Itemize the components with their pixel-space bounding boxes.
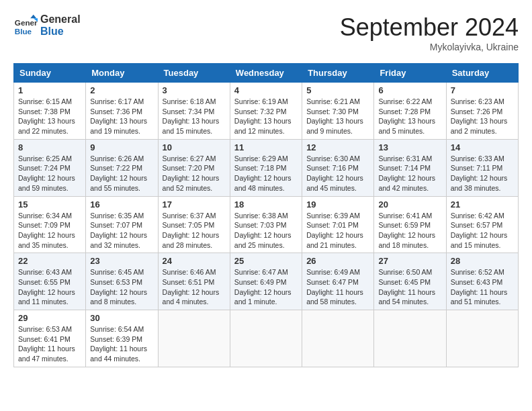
- page-header: General Blue General Blue September 2024…: [13, 13, 519, 52]
- table-row: 25Sunrise: 6:47 AM Sunset: 6:49 PM Dayli…: [230, 253, 302, 310]
- day-info: Sunrise: 6:23 AM Sunset: 7:26 PM Dayligh…: [451, 97, 514, 136]
- day-info: Sunrise: 6:47 AM Sunset: 6:49 PM Dayligh…: [234, 267, 298, 307]
- day-number: 17: [163, 199, 226, 210]
- calendar-row: 22Sunrise: 6:43 AM Sunset: 6:55 PM Dayli…: [14, 253, 519, 310]
- table-row: 18Sunrise: 6:38 AM Sunset: 7:03 PM Dayli…: [230, 196, 302, 253]
- day-info: Sunrise: 6:17 AM Sunset: 7:36 PM Dayligh…: [90, 97, 153, 136]
- table-row: 12Sunrise: 6:30 AM Sunset: 7:16 PM Dayli…: [302, 139, 374, 196]
- header-saturday: Saturday: [446, 64, 518, 83]
- table-row: 4Sunrise: 6:19 AM Sunset: 7:32 PM Daylig…: [230, 83, 302, 140]
- day-info: Sunrise: 6:31 AM Sunset: 7:14 PM Dayligh…: [378, 154, 441, 193]
- table-row: 11Sunrise: 6:29 AM Sunset: 7:18 PM Dayli…: [230, 139, 302, 196]
- day-info: Sunrise: 6:45 AM Sunset: 6:53 PM Dayligh…: [90, 267, 153, 307]
- header-tuesday: Tuesday: [158, 64, 230, 83]
- day-info: Sunrise: 6:43 AM Sunset: 6:55 PM Dayligh…: [18, 267, 81, 307]
- table-row: 20Sunrise: 6:41 AM Sunset: 6:59 PM Dayli…: [374, 196, 446, 253]
- title-block: September 2024 Mykolayivka, Ukraine: [340, 13, 519, 52]
- header-thursday: Thursday: [302, 64, 374, 83]
- header-sunday: Sunday: [14, 64, 86, 83]
- day-number: 6: [378, 85, 441, 95]
- calendar-row: 29Sunrise: 6:53 AM Sunset: 6:41 PM Dayli…: [14, 310, 519, 367]
- day-info: Sunrise: 6:46 AM Sunset: 6:51 PM Dayligh…: [163, 267, 226, 307]
- table-row: 6Sunrise: 6:22 AM Sunset: 7:28 PM Daylig…: [374, 83, 446, 140]
- table-row: 24Sunrise: 6:46 AM Sunset: 6:51 PM Dayli…: [158, 253, 230, 310]
- table-row: 26Sunrise: 6:49 AM Sunset: 6:47 PM Dayli…: [302, 253, 374, 310]
- day-number: 13: [378, 142, 441, 152]
- day-number: 16: [90, 199, 153, 210]
- day-number: 3: [163, 85, 226, 95]
- calendar-row: 1Sunrise: 6:15 AM Sunset: 7:38 PM Daylig…: [14, 83, 519, 140]
- calendar-row: 8Sunrise: 6:25 AM Sunset: 7:24 PM Daylig…: [14, 139, 519, 196]
- table-row: 9Sunrise: 6:26 AM Sunset: 7:22 PM Daylig…: [86, 139, 158, 196]
- day-info: Sunrise: 6:22 AM Sunset: 7:28 PM Dayligh…: [378, 97, 441, 136]
- day-number: 8: [18, 142, 81, 152]
- calendar-row: 15Sunrise: 6:34 AM Sunset: 7:09 PM Dayli…: [14, 196, 519, 253]
- day-info: Sunrise: 6:33 AM Sunset: 7:11 PM Dayligh…: [451, 154, 514, 193]
- day-number: 9: [90, 142, 153, 152]
- header-row: Sunday Monday Tuesday Wednesday Thursday…: [14, 64, 519, 83]
- month-title: September 2024: [340, 13, 519, 42]
- svg-text:General: General: [15, 18, 38, 27]
- day-number: 19: [306, 199, 369, 210]
- day-number: 18: [234, 199, 298, 210]
- table-row: 30Sunrise: 6:54 AM Sunset: 6:39 PM Dayli…: [86, 310, 158, 367]
- day-info: Sunrise: 6:52 AM Sunset: 6:43 PM Dayligh…: [451, 267, 514, 307]
- day-number: 14: [451, 142, 514, 152]
- table-row: 10Sunrise: 6:27 AM Sunset: 7:20 PM Dayli…: [158, 139, 230, 196]
- table-row: 27Sunrise: 6:50 AM Sunset: 6:45 PM Dayli…: [374, 253, 446, 310]
- logo-general: General: [40, 13, 81, 26]
- table-row: 15Sunrise: 6:34 AM Sunset: 7:09 PM Dayli…: [14, 196, 86, 253]
- logo: General Blue General Blue: [13, 13, 81, 38]
- day-info: Sunrise: 6:39 AM Sunset: 7:01 PM Dayligh…: [306, 211, 369, 250]
- table-row: [446, 310, 518, 367]
- table-row: 5Sunrise: 6:21 AM Sunset: 7:30 PM Daylig…: [302, 83, 374, 140]
- table-row: 1Sunrise: 6:15 AM Sunset: 7:38 PM Daylig…: [14, 83, 86, 140]
- table-row: 23Sunrise: 6:45 AM Sunset: 6:53 PM Dayli…: [86, 253, 158, 310]
- calendar: Sunday Monday Tuesday Wednesday Thursday…: [13, 63, 519, 367]
- table-row: 3Sunrise: 6:18 AM Sunset: 7:34 PM Daylig…: [158, 83, 230, 140]
- day-info: Sunrise: 6:37 AM Sunset: 7:05 PM Dayligh…: [163, 211, 226, 250]
- day-info: Sunrise: 6:19 AM Sunset: 7:32 PM Dayligh…: [234, 97, 298, 136]
- day-number: 2: [90, 85, 153, 95]
- day-info: Sunrise: 6:25 AM Sunset: 7:24 PM Dayligh…: [18, 154, 81, 193]
- header-wednesday: Wednesday: [230, 64, 302, 83]
- day-number: 15: [18, 199, 81, 210]
- table-row: 17Sunrise: 6:37 AM Sunset: 7:05 PM Dayli…: [158, 196, 230, 253]
- table-row: 19Sunrise: 6:39 AM Sunset: 7:01 PM Dayli…: [302, 196, 374, 253]
- day-info: Sunrise: 6:53 AM Sunset: 6:41 PM Dayligh…: [18, 324, 81, 364]
- table-row: [230, 310, 302, 367]
- day-number: 4: [234, 85, 298, 95]
- day-number: 22: [18, 256, 81, 266]
- table-row: 29Sunrise: 6:53 AM Sunset: 6:41 PM Dayli…: [14, 310, 86, 367]
- day-info: Sunrise: 6:34 AM Sunset: 7:09 PM Dayligh…: [18, 211, 81, 250]
- table-row: 22Sunrise: 6:43 AM Sunset: 6:55 PM Dayli…: [14, 253, 86, 310]
- table-row: 2Sunrise: 6:17 AM Sunset: 7:36 PM Daylig…: [86, 83, 158, 140]
- day-info: Sunrise: 6:27 AM Sunset: 7:20 PM Dayligh…: [163, 154, 226, 193]
- table-row: 8Sunrise: 6:25 AM Sunset: 7:24 PM Daylig…: [14, 139, 86, 196]
- logo-icon: General Blue: [13, 13, 38, 38]
- day-number: 7: [451, 85, 514, 95]
- svg-text:Blue: Blue: [15, 27, 32, 36]
- day-info: Sunrise: 6:21 AM Sunset: 7:30 PM Dayligh…: [306, 97, 369, 136]
- day-number: 11: [234, 142, 298, 152]
- svg-marker-2: [30, 15, 36, 18]
- day-number: 26: [306, 256, 369, 266]
- day-info: Sunrise: 6:15 AM Sunset: 7:38 PM Dayligh…: [18, 97, 81, 136]
- day-number: 28: [451, 256, 514, 266]
- table-row: 16Sunrise: 6:35 AM Sunset: 7:07 PM Dayli…: [86, 196, 158, 253]
- day-number: 12: [306, 142, 369, 152]
- day-info: Sunrise: 6:42 AM Sunset: 6:57 PM Dayligh…: [451, 211, 514, 250]
- day-info: Sunrise: 6:18 AM Sunset: 7:34 PM Dayligh…: [163, 97, 226, 136]
- day-number: 25: [234, 256, 298, 266]
- logo-blue: Blue: [40, 26, 81, 38]
- location: Mykolayivka, Ukraine: [340, 42, 519, 52]
- day-number: 5: [306, 85, 369, 95]
- table-row: 28Sunrise: 6:52 AM Sunset: 6:43 PM Dayli…: [446, 253, 518, 310]
- table-row: [158, 310, 230, 367]
- day-info: Sunrise: 6:54 AM Sunset: 6:39 PM Dayligh…: [90, 324, 153, 364]
- day-number: 21: [451, 199, 514, 210]
- day-info: Sunrise: 6:29 AM Sunset: 7:18 PM Dayligh…: [234, 154, 298, 193]
- day-info: Sunrise: 6:49 AM Sunset: 6:47 PM Dayligh…: [306, 267, 369, 307]
- header-friday: Friday: [374, 64, 446, 83]
- day-number: 20: [378, 199, 441, 210]
